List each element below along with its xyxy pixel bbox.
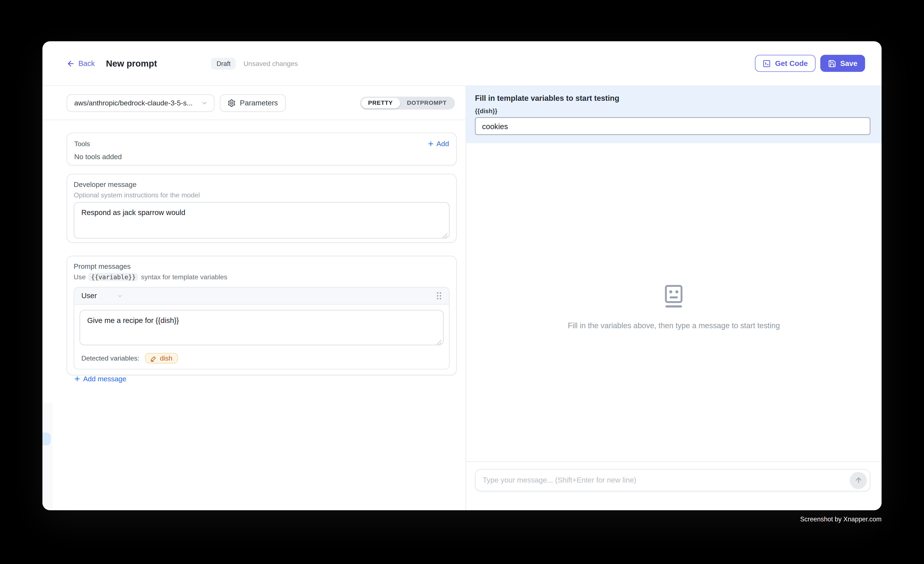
toggle-pretty[interactable]: PRETTY: [361, 98, 400, 108]
gear-icon: [227, 99, 236, 107]
model-select-value: aws/anthropic/bedrock-claude-3-5-s...: [74, 99, 201, 107]
topbar-actions: Get Code Save: [755, 55, 865, 72]
terminal-icon: [763, 59, 771, 68]
editor-panel: aws/anthropic/bedrock-claude-3-5-s... Pa…: [42, 86, 466, 510]
variable-badge-label: dish: [160, 355, 172, 362]
empty-state: Fill in the variables above, then type a…: [568, 284, 780, 330]
left-edge-highlight-artifact: [42, 432, 51, 446]
unsaved-changes-text: Unsaved changes: [244, 60, 298, 67]
role-select[interactable]: User: [81, 292, 97, 300]
composer: [466, 461, 882, 510]
save-label: Save: [840, 59, 857, 68]
template-variables-panel: Fill in template variables to start test…: [466, 86, 882, 143]
empty-state-text: Fill in the variables above, then type a…: [568, 321, 780, 330]
send-button[interactable]: [850, 472, 867, 489]
developer-message-card: Developer message Optional system instru…: [67, 174, 457, 243]
chevron-down-icon: [201, 99, 208, 106]
back-label: Back: [78, 59, 95, 68]
arrow-up-icon: [854, 476, 862, 484]
add-tool-label: Add: [436, 140, 449, 148]
bot-face-icon: [664, 284, 684, 309]
save-icon: [828, 59, 836, 68]
variable-code-chip: {{variable}}: [88, 273, 138, 281]
resize-grip-icon[interactable]: [442, 232, 448, 238]
drag-handle-icon[interactable]: [436, 292, 442, 300]
tools-title: Tools: [74, 140, 90, 147]
pencil-icon: [151, 355, 157, 362]
variable-value-input[interactable]: [475, 117, 870, 135]
tools-card: Tools Add No tools added: [67, 132, 457, 165]
screenshot-stage: Back New prompt Draft Unsaved changes Ge…: [0, 0, 924, 564]
chevron-down-icon[interactable]: [117, 292, 123, 299]
add-message-button[interactable]: Add message: [74, 375, 450, 383]
developer-message-title: Developer message: [74, 180, 450, 189]
prompt-messages-title: Prompt messages: [74, 262, 450, 270]
top-bar: Back New prompt Draft Unsaved changes Ge…: [42, 41, 882, 86]
hint-suffix: syntax for template variables: [141, 273, 227, 280]
developer-message-subtitle: Optional system instructions for the mod…: [74, 192, 450, 199]
app-window: Back New prompt Draft Unsaved changes Ge…: [42, 41, 882, 510]
message-block: User Give me a recipe for {{di: [74, 287, 450, 369]
tools-empty-text: No tools added: [74, 153, 449, 161]
plus-icon: [74, 375, 81, 382]
back-button[interactable]: Back: [67, 59, 95, 68]
variable-syntax-hint: Use {{variable}} syntax for template var…: [74, 273, 450, 281]
get-code-label: Get Code: [775, 59, 808, 68]
message-textarea[interactable]: Give me a recipe for {{dish}}: [80, 310, 444, 345]
model-select[interactable]: aws/anthropic/bedrock-claude-3-5-s...: [67, 94, 214, 112]
toggle-dotprompt[interactable]: DOTPROMPT: [400, 98, 454, 108]
chat-area: Fill in the variables above, then type a…: [466, 143, 882, 461]
add-tool-button[interactable]: Add: [427, 140, 449, 148]
add-message-label: Add message: [83, 375, 126, 383]
parameters-label: Parameters: [240, 99, 278, 107]
editor-content: Tools Add No tools added: [42, 120, 466, 375]
prompt-messages-card: Prompt messages Use {{variable}} syntax …: [67, 256, 457, 375]
view-mode-toggle: PRETTY DOTPROMPT: [360, 96, 455, 110]
arrow-left-icon: [67, 59, 75, 68]
watermark-text: Screenshot by Xnapper.com: [800, 516, 882, 523]
page-title: New prompt: [106, 58, 157, 69]
save-button[interactable]: Save: [820, 55, 865, 72]
left-edge-panel-artifact: [42, 403, 52, 510]
detected-variables-row: Detected variables: dish: [74, 353, 449, 369]
detected-variables-label: Detected variables:: [81, 355, 139, 362]
message-role-row: User: [74, 288, 449, 304]
chat-message-input[interactable]: [476, 476, 850, 484]
developer-message-textarea[interactable]: Respond as jack sparrow would: [74, 202, 450, 238]
hint-prefix: Use: [74, 273, 86, 280]
editor-toolbar: aws/anthropic/bedrock-claude-3-5-s... Pa…: [42, 86, 466, 120]
composer-box: [475, 469, 870, 492]
variable-badge-dish[interactable]: dish: [146, 353, 178, 364]
get-code-button[interactable]: Get Code: [755, 55, 815, 72]
variable-name-label: {{dish}}: [475, 107, 870, 114]
plus-icon: [427, 140, 434, 147]
status-group: Draft Unsaved changes: [211, 57, 298, 69]
resize-grip-icon[interactable]: [436, 339, 442, 345]
test-panel: Fill in template variables to start test…: [466, 86, 882, 510]
variables-heading: Fill in template variables to start test…: [475, 94, 870, 102]
status-badge: Draft: [211, 57, 236, 69]
parameters-button[interactable]: Parameters: [220, 94, 286, 112]
